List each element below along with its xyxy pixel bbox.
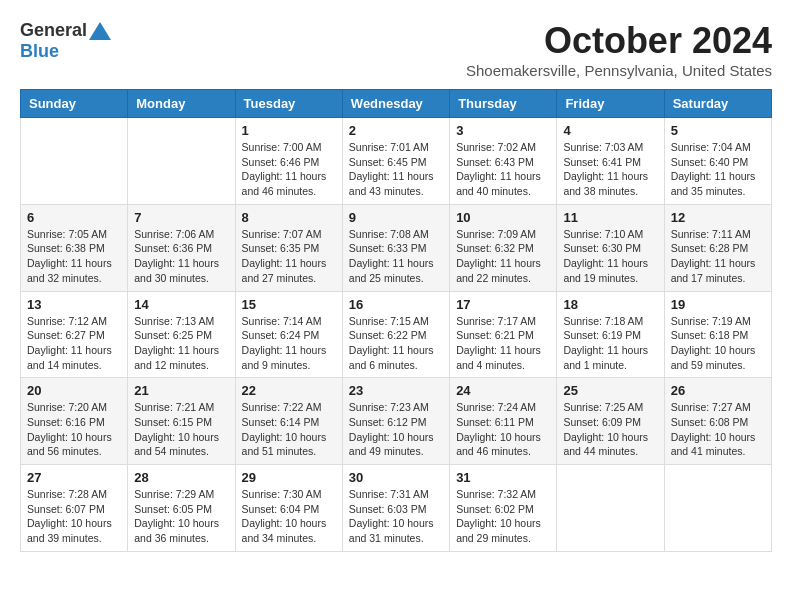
title-section: October 2024 Shoemakersville, Pennsylvan…	[466, 20, 772, 79]
logo: General Blue	[20, 20, 111, 62]
location-subtitle: Shoemakersville, Pennsylvania, United St…	[466, 62, 772, 79]
day-info: Sunrise: 7:17 AM Sunset: 6:21 PM Dayligh…	[456, 314, 550, 373]
calendar-cell	[128, 118, 235, 205]
day-info: Sunrise: 7:12 AM Sunset: 6:27 PM Dayligh…	[27, 314, 121, 373]
calendar-cell: 16Sunrise: 7:15 AM Sunset: 6:22 PM Dayli…	[342, 291, 449, 378]
day-number: 18	[563, 297, 657, 312]
day-number: 21	[134, 383, 228, 398]
col-tuesday: Tuesday	[235, 90, 342, 118]
day-info: Sunrise: 7:30 AM Sunset: 6:04 PM Dayligh…	[242, 487, 336, 546]
calendar-table: Sunday Monday Tuesday Wednesday Thursday…	[20, 89, 772, 552]
calendar-cell: 14Sunrise: 7:13 AM Sunset: 6:25 PM Dayli…	[128, 291, 235, 378]
day-number: 23	[349, 383, 443, 398]
day-info: Sunrise: 7:07 AM Sunset: 6:35 PM Dayligh…	[242, 227, 336, 286]
calendar-header-row: Sunday Monday Tuesday Wednesday Thursday…	[21, 90, 772, 118]
calendar-cell	[557, 465, 664, 552]
day-info: Sunrise: 7:02 AM Sunset: 6:43 PM Dayligh…	[456, 140, 550, 199]
calendar-week-3: 13Sunrise: 7:12 AM Sunset: 6:27 PM Dayli…	[21, 291, 772, 378]
calendar-cell: 4Sunrise: 7:03 AM Sunset: 6:41 PM Daylig…	[557, 118, 664, 205]
day-number: 26	[671, 383, 765, 398]
calendar-cell: 19Sunrise: 7:19 AM Sunset: 6:18 PM Dayli…	[664, 291, 771, 378]
day-number: 27	[27, 470, 121, 485]
calendar-cell: 21Sunrise: 7:21 AM Sunset: 6:15 PM Dayli…	[128, 378, 235, 465]
day-info: Sunrise: 7:32 AM Sunset: 6:02 PM Dayligh…	[456, 487, 550, 546]
day-info: Sunrise: 7:00 AM Sunset: 6:46 PM Dayligh…	[242, 140, 336, 199]
day-number: 20	[27, 383, 121, 398]
calendar-cell: 31Sunrise: 7:32 AM Sunset: 6:02 PM Dayli…	[450, 465, 557, 552]
calendar-cell: 25Sunrise: 7:25 AM Sunset: 6:09 PM Dayli…	[557, 378, 664, 465]
day-info: Sunrise: 7:24 AM Sunset: 6:11 PM Dayligh…	[456, 400, 550, 459]
calendar-cell: 2Sunrise: 7:01 AM Sunset: 6:45 PM Daylig…	[342, 118, 449, 205]
day-number: 13	[27, 297, 121, 312]
day-info: Sunrise: 7:25 AM Sunset: 6:09 PM Dayligh…	[563, 400, 657, 459]
calendar-cell: 1Sunrise: 7:00 AM Sunset: 6:46 PM Daylig…	[235, 118, 342, 205]
calendar-cell: 15Sunrise: 7:14 AM Sunset: 6:24 PM Dayli…	[235, 291, 342, 378]
calendar-week-1: 1Sunrise: 7:00 AM Sunset: 6:46 PM Daylig…	[21, 118, 772, 205]
month-title: October 2024	[466, 20, 772, 62]
col-sunday: Sunday	[21, 90, 128, 118]
calendar-cell: 7Sunrise: 7:06 AM Sunset: 6:36 PM Daylig…	[128, 204, 235, 291]
day-info: Sunrise: 7:27 AM Sunset: 6:08 PM Dayligh…	[671, 400, 765, 459]
day-info: Sunrise: 7:20 AM Sunset: 6:16 PM Dayligh…	[27, 400, 121, 459]
calendar-cell: 29Sunrise: 7:30 AM Sunset: 6:04 PM Dayli…	[235, 465, 342, 552]
calendar-week-2: 6Sunrise: 7:05 AM Sunset: 6:38 PM Daylig…	[21, 204, 772, 291]
calendar-cell: 27Sunrise: 7:28 AM Sunset: 6:07 PM Dayli…	[21, 465, 128, 552]
day-info: Sunrise: 7:29 AM Sunset: 6:05 PM Dayligh…	[134, 487, 228, 546]
day-number: 17	[456, 297, 550, 312]
logo-blue-text: Blue	[20, 41, 59, 61]
day-number: 6	[27, 210, 121, 225]
calendar-cell: 22Sunrise: 7:22 AM Sunset: 6:14 PM Dayli…	[235, 378, 342, 465]
day-info: Sunrise: 7:01 AM Sunset: 6:45 PM Dayligh…	[349, 140, 443, 199]
day-info: Sunrise: 7:03 AM Sunset: 6:41 PM Dayligh…	[563, 140, 657, 199]
calendar-cell: 10Sunrise: 7:09 AM Sunset: 6:32 PM Dayli…	[450, 204, 557, 291]
day-number: 16	[349, 297, 443, 312]
calendar-cell: 26Sunrise: 7:27 AM Sunset: 6:08 PM Dayli…	[664, 378, 771, 465]
calendar-cell: 11Sunrise: 7:10 AM Sunset: 6:30 PM Dayli…	[557, 204, 664, 291]
day-number: 31	[456, 470, 550, 485]
calendar-cell: 30Sunrise: 7:31 AM Sunset: 6:03 PM Dayli…	[342, 465, 449, 552]
day-info: Sunrise: 7:23 AM Sunset: 6:12 PM Dayligh…	[349, 400, 443, 459]
day-info: Sunrise: 7:10 AM Sunset: 6:30 PM Dayligh…	[563, 227, 657, 286]
day-info: Sunrise: 7:13 AM Sunset: 6:25 PM Dayligh…	[134, 314, 228, 373]
day-info: Sunrise: 7:04 AM Sunset: 6:40 PM Dayligh…	[671, 140, 765, 199]
page-header: General Blue October 2024 Shoemakersvill…	[20, 20, 772, 79]
logo-general-text: General	[20, 20, 87, 41]
calendar-cell: 17Sunrise: 7:17 AM Sunset: 6:21 PM Dayli…	[450, 291, 557, 378]
day-number: 5	[671, 123, 765, 138]
calendar-cell: 8Sunrise: 7:07 AM Sunset: 6:35 PM Daylig…	[235, 204, 342, 291]
day-info: Sunrise: 7:14 AM Sunset: 6:24 PM Dayligh…	[242, 314, 336, 373]
day-info: Sunrise: 7:09 AM Sunset: 6:32 PM Dayligh…	[456, 227, 550, 286]
day-number: 3	[456, 123, 550, 138]
day-info: Sunrise: 7:11 AM Sunset: 6:28 PM Dayligh…	[671, 227, 765, 286]
day-info: Sunrise: 7:18 AM Sunset: 6:19 PM Dayligh…	[563, 314, 657, 373]
day-number: 9	[349, 210, 443, 225]
day-info: Sunrise: 7:19 AM Sunset: 6:18 PM Dayligh…	[671, 314, 765, 373]
day-info: Sunrise: 7:21 AM Sunset: 6:15 PM Dayligh…	[134, 400, 228, 459]
col-thursday: Thursday	[450, 90, 557, 118]
day-number: 24	[456, 383, 550, 398]
day-info: Sunrise: 7:31 AM Sunset: 6:03 PM Dayligh…	[349, 487, 443, 546]
calendar-cell: 5Sunrise: 7:04 AM Sunset: 6:40 PM Daylig…	[664, 118, 771, 205]
calendar-cell: 28Sunrise: 7:29 AM Sunset: 6:05 PM Dayli…	[128, 465, 235, 552]
day-number: 1	[242, 123, 336, 138]
day-number: 15	[242, 297, 336, 312]
calendar-cell	[21, 118, 128, 205]
calendar-cell: 13Sunrise: 7:12 AM Sunset: 6:27 PM Dayli…	[21, 291, 128, 378]
day-info: Sunrise: 7:28 AM Sunset: 6:07 PM Dayligh…	[27, 487, 121, 546]
day-number: 29	[242, 470, 336, 485]
calendar-week-5: 27Sunrise: 7:28 AM Sunset: 6:07 PM Dayli…	[21, 465, 772, 552]
calendar-cell: 12Sunrise: 7:11 AM Sunset: 6:28 PM Dayli…	[664, 204, 771, 291]
day-number: 19	[671, 297, 765, 312]
day-number: 8	[242, 210, 336, 225]
day-info: Sunrise: 7:05 AM Sunset: 6:38 PM Dayligh…	[27, 227, 121, 286]
day-number: 28	[134, 470, 228, 485]
calendar-cell: 24Sunrise: 7:24 AM Sunset: 6:11 PM Dayli…	[450, 378, 557, 465]
logo-icon	[89, 22, 111, 40]
svg-marker-0	[89, 22, 111, 40]
day-number: 11	[563, 210, 657, 225]
calendar-cell: 6Sunrise: 7:05 AM Sunset: 6:38 PM Daylig…	[21, 204, 128, 291]
day-number: 25	[563, 383, 657, 398]
col-saturday: Saturday	[664, 90, 771, 118]
calendar-cell: 9Sunrise: 7:08 AM Sunset: 6:33 PM Daylig…	[342, 204, 449, 291]
col-monday: Monday	[128, 90, 235, 118]
